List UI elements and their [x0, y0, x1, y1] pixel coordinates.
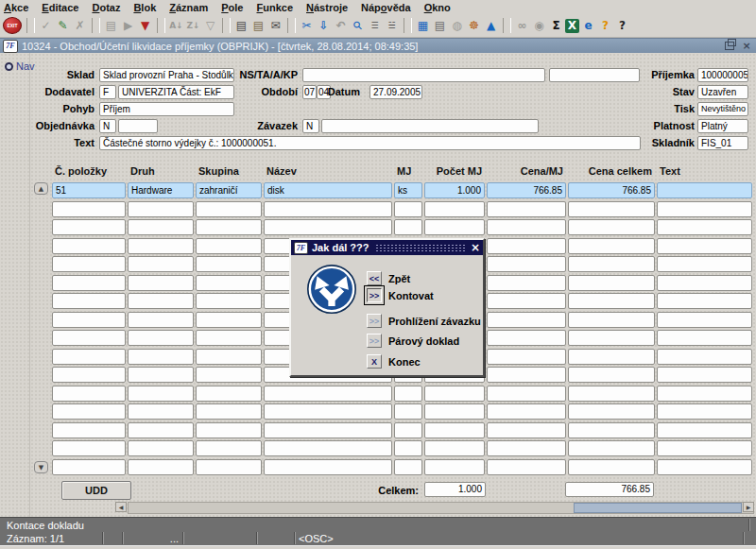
- table-cell[interactable]: [394, 219, 422, 235]
- table-cell[interactable]: [394, 459, 422, 475]
- table-cell[interactable]: [487, 312, 566, 328]
- table-cell[interactable]: [424, 386, 485, 402]
- delete-record-icon[interactable]: ▼: [137, 17, 153, 34]
- table-cell[interactable]: [52, 459, 126, 475]
- table-cell[interactable]: [128, 238, 194, 254]
- table-cell[interactable]: [657, 367, 752, 383]
- table-cell[interactable]: [487, 201, 566, 217]
- table-cell[interactable]: Hardware: [128, 182, 194, 198]
- table-cell[interactable]: [568, 422, 655, 438]
- tree-icon[interactable]: ☱: [384, 17, 400, 34]
- table-cell[interactable]: [487, 349, 566, 365]
- filter-icon[interactable]: ▽: [202, 17, 218, 34]
- konec-button[interactable]: X: [367, 354, 382, 369]
- table-cell[interactable]: [264, 219, 392, 235]
- table-cell[interactable]: [196, 330, 262, 346]
- table-cell[interactable]: [52, 219, 126, 235]
- table-cell[interactable]: [568, 219, 655, 235]
- alarm-icon[interactable]: ▲: [483, 17, 499, 34]
- paste-icon[interactable]: ⇩: [316, 17, 332, 34]
- horizontal-scrollbar[interactable]: [128, 502, 754, 514]
- tisk-field[interactable]: Nevytištěno: [697, 102, 748, 116]
- kontovat-button[interactable]: >>: [367, 288, 382, 302]
- table-cell[interactable]: [394, 201, 422, 217]
- table-cell[interactable]: [657, 386, 752, 402]
- table-cell[interactable]: [657, 422, 752, 438]
- print-icon[interactable]: ▤: [233, 17, 249, 34]
- table-cell[interactable]: [128, 403, 194, 420]
- table-cell[interactable]: [264, 403, 392, 420]
- menu-item-editace[interactable]: Editace: [42, 2, 78, 13]
- menu-item-blok[interactable]: Blok: [133, 2, 156, 13]
- table-cell[interactable]: [128, 367, 194, 383]
- cancel-icon[interactable]: ✗: [72, 17, 88, 34]
- table-cell[interactable]: [657, 403, 752, 420]
- udd-button[interactable]: UDD: [61, 481, 131, 500]
- table-cell[interactable]: [128, 219, 194, 235]
- table-cell[interactable]: [128, 275, 194, 291]
- table-cell[interactable]: [52, 367, 126, 383]
- nstaakp-field-1[interactable]: [302, 68, 545, 82]
- dodavatel-flag-field[interactable]: F: [99, 85, 116, 99]
- table-cell[interactable]: 51: [52, 182, 126, 198]
- table-cell[interactable]: [52, 238, 126, 254]
- table-cell[interactable]: [196, 403, 262, 420]
- zavazek-flag-field[interactable]: N: [302, 119, 319, 133]
- table-cell[interactable]: [568, 312, 655, 328]
- table-cell[interactable]: [487, 422, 566, 438]
- table-cell[interactable]: [52, 403, 126, 420]
- table-cell[interactable]: [196, 349, 262, 365]
- table-cell[interactable]: 766.85: [487, 182, 566, 198]
- scroll-up-button[interactable]: ▲: [34, 182, 48, 195]
- table-cell[interactable]: 1.000: [424, 182, 485, 198]
- table-cell[interactable]: [487, 293, 566, 309]
- table-cell[interactable]: [196, 275, 262, 291]
- table-cell[interactable]: zahraničí: [196, 182, 262, 198]
- excel-icon[interactable]: X: [565, 19, 579, 33]
- table-cell[interactable]: [487, 275, 566, 291]
- sum-icon[interactable]: Σ: [548, 17, 564, 34]
- obdobi-field-1[interactable]: 07: [302, 85, 317, 99]
- table-cell[interactable]: [52, 256, 126, 272]
- table-cell[interactable]: [264, 201, 392, 217]
- calendar-icon[interactable]: ▦: [415, 17, 431, 34]
- mail-icon[interactable]: ✉: [267, 17, 284, 34]
- parovy-doklad-button[interactable]: >>: [367, 334, 382, 348]
- table-cell[interactable]: [568, 293, 655, 309]
- table-cell[interactable]: [487, 238, 566, 254]
- table-cell[interactable]: [264, 459, 392, 475]
- table-cell[interactable]: [487, 219, 566, 235]
- table-cell[interactable]: [52, 440, 126, 456]
- table-cell[interactable]: [487, 440, 566, 456]
- menu-item-nápověda[interactable]: Nápověda: [361, 2, 411, 13]
- cut-icon[interactable]: ✂: [299, 17, 315, 34]
- globe-icon[interactable]: ◍: [449, 17, 465, 34]
- dodavatel-field[interactable]: UNIVERZITA Část: EkF: [118, 85, 234, 99]
- table-cell[interactable]: [52, 293, 126, 309]
- table-cell[interactable]: [128, 312, 194, 328]
- table-cell[interactable]: disk: [264, 182, 392, 198]
- table-cell[interactable]: [568, 201, 655, 217]
- table-cell[interactable]: [128, 459, 194, 475]
- help-icon[interactable]: ?: [614, 17, 630, 34]
- table-cell[interactable]: [196, 367, 262, 383]
- table-cell[interactable]: [52, 201, 126, 217]
- table-cell[interactable]: [394, 403, 422, 420]
- table-cell[interactable]: [264, 422, 392, 438]
- table-cell[interactable]: 766.85: [568, 182, 655, 198]
- table-cell[interactable]: [196, 386, 262, 402]
- table-cell[interactable]: [52, 312, 126, 328]
- table-cell[interactable]: [568, 386, 655, 402]
- table-cell[interactable]: [128, 349, 194, 365]
- table-cell[interactable]: [424, 219, 485, 235]
- sort-asc-icon[interactable]: A↓: [168, 17, 184, 34]
- menu-item-záznam[interactable]: Záznam: [169, 2, 208, 13]
- pohyb-field[interactable]: Příjem: [99, 102, 234, 116]
- menu-item-funkce[interactable]: Funkce: [257, 2, 294, 13]
- table-cell[interactable]: [196, 219, 262, 235]
- table-cell[interactable]: [657, 312, 752, 328]
- sort-desc-icon[interactable]: Z↓: [185, 17, 201, 34]
- prohlizeni-zavazku-button[interactable]: >>: [367, 314, 382, 328]
- table-cell[interactable]: [128, 422, 194, 438]
- note-icon[interactable]: ▤: [432, 17, 448, 34]
